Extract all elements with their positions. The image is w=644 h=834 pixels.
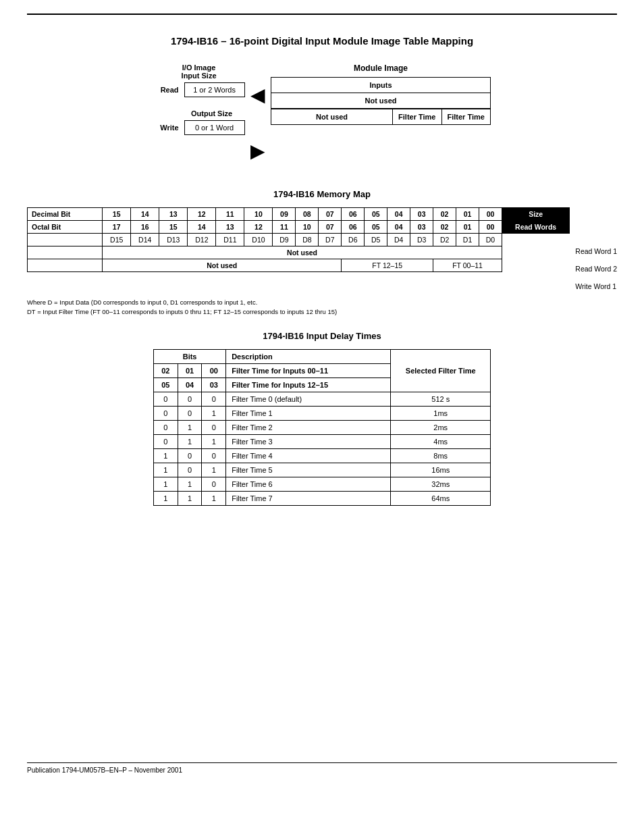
mem-data-row3: Not used FT 12–15 FT 00–11	[28, 259, 570, 272]
module-image-title: Module Image	[271, 63, 491, 73]
desc-7: Filter Time 7	[226, 491, 391, 505]
not-used-write-cell: Not used	[271, 109, 393, 125]
db-15: 15	[103, 208, 131, 221]
ob-13: 13	[216, 221, 244, 234]
db-02: 02	[433, 208, 456, 221]
d3: D3	[410, 234, 433, 246]
memory-map-section: 1794-IB16 Memory Map Decimal Bit 15 14 1…	[27, 189, 617, 317]
db-09: 09	[273, 208, 296, 221]
write-arrow: ▶	[250, 140, 265, 162]
time-1: 1ms	[391, 406, 491, 420]
col-01-header: 01	[178, 363, 202, 377]
b00-4: 0	[202, 448, 226, 463]
read-box: 1 or 2 Words	[184, 82, 245, 97]
read-word2-label	[502, 246, 569, 259]
delay-row-0: 0 0 0 Filter Time 0 (default) 512 s	[154, 392, 491, 406]
col-04-header: 04	[178, 377, 202, 392]
b00-2: 0	[202, 420, 226, 434]
memory-map-title: 1794-IB16 Memory Map	[27, 189, 617, 199]
write-row: Write 0 or 1 Word	[153, 120, 245, 135]
arrows-column: ◀ ▶	[250, 84, 265, 162]
delay-row-4: 1 0 0 Filter Time 4 8ms	[154, 448, 491, 463]
db-07: 07	[319, 208, 342, 221]
d14: D14	[131, 234, 159, 246]
mem-data-row1: D15 D14 D13 D12 D11 D10 D9 D8 D7 D6 D5 D…	[28, 234, 570, 246]
d5: D5	[365, 234, 387, 246]
db-01: 01	[456, 208, 479, 221]
mem-right-labels: Read Word 1 Read Word 2 Write Word 1	[575, 207, 617, 295]
ob-02: 02	[433, 221, 456, 234]
ob-16: 16	[131, 221, 159, 234]
ob-17: 17	[103, 221, 131, 234]
db-08: 08	[296, 208, 319, 221]
where-note: Where D = Input Data (D0 corresponds to …	[27, 298, 617, 317]
ob-15: 15	[159, 221, 188, 234]
time-7: 64ms	[391, 491, 491, 505]
col-02-header: 02	[154, 363, 178, 377]
mi-row-notused-read: Not used	[271, 93, 491, 109]
d2: D2	[433, 234, 456, 246]
read-label: Read	[153, 86, 179, 94]
d7: D7	[319, 234, 342, 246]
b02-1: 0	[154, 406, 178, 420]
io-left-panel: I/O Image Input Size Read 1 or 2 Words O…	[153, 63, 245, 135]
time-2: 2ms	[391, 420, 491, 434]
col-05-header: 05	[154, 377, 178, 392]
size-col-header: Size	[502, 208, 569, 221]
b00-0: 0	[202, 392, 226, 406]
mi-write-row-cell: Not used Filter Time Filter Time	[271, 109, 491, 126]
b02-4: 1	[154, 448, 178, 463]
ob-14: 14	[188, 221, 216, 234]
b02-5: 1	[154, 463, 178, 477]
delay-row-3: 0 1 1 Filter Time 3 4ms	[154, 434, 491, 448]
time-5: 16ms	[391, 463, 491, 477]
decimal-bit-header: Decimal Bit	[28, 208, 103, 221]
d1: D1	[456, 234, 479, 246]
ob-10: 10	[296, 221, 319, 234]
mi-write-inner-row: Not used Filter Time Filter Time	[271, 109, 491, 125]
ob-04: 04	[387, 221, 410, 234]
d6: D6	[342, 234, 365, 246]
b02-6: 1	[154, 477, 178, 491]
b02-3: 0	[154, 434, 178, 448]
write-word1-label	[502, 259, 569, 272]
memory-map-table: Decimal Bit 15 14 13 12 11 10 09 08 07 0…	[27, 207, 570, 272]
delay-row-1: 0 0 1 Filter Time 1 1ms	[154, 406, 491, 420]
filter-time-1-cell: Filter Time	[393, 109, 441, 125]
time-4: 8ms	[391, 448, 491, 463]
not-used-read-cell: Not used	[271, 93, 491, 109]
ob-07: 07	[319, 221, 342, 234]
delay-times-title: 1794-IB16 Input Delay Times	[27, 331, 617, 341]
delay-row-5: 1 0 1 Filter Time 5 16ms	[154, 463, 491, 477]
io-image-label: I/O Image	[153, 63, 245, 72]
db-05: 05	[365, 208, 387, 221]
d9: D9	[273, 234, 296, 246]
ob-06: 06	[342, 221, 365, 234]
delay-row-6: 1 1 0 Filter Time 6 32ms	[154, 477, 491, 491]
io-header-block: I/O Image Input Size	[153, 63, 245, 80]
b01-1: 0	[178, 406, 202, 420]
row3-empty	[28, 234, 103, 246]
right-label-spacer2	[575, 225, 617, 242]
row5-empty	[28, 259, 103, 272]
d10: D10	[244, 234, 273, 246]
ft12-15: FT 12–15	[342, 259, 433, 272]
write-label: Write	[153, 124, 179, 132]
d4: D4	[387, 234, 410, 246]
right-label-spacer1	[575, 207, 617, 225]
output-size-block: Output Size	[153, 109, 245, 118]
desc-3: Filter Time 3	[226, 434, 391, 448]
not-used-row5: Not used	[103, 259, 342, 272]
desc-5: Filter Time 5	[226, 463, 391, 477]
inputs-cell: Inputs	[271, 78, 491, 93]
b02-2: 0	[154, 420, 178, 434]
desc-4: Filter Time 4	[226, 448, 391, 463]
read-words-col-header: Read Words	[502, 221, 569, 234]
time-6: 32ms	[391, 477, 491, 491]
ft00-11: FT 00–11	[433, 259, 502, 272]
b00-7: 1	[202, 491, 226, 505]
b01-3: 1	[178, 434, 202, 448]
delay-times-table: Bits Description Selected Filter Time 02…	[153, 349, 491, 506]
not-used-row4: Not used	[103, 246, 502, 259]
inputs-00-11-label: Filter Time for Inputs 00–11	[226, 363, 391, 377]
